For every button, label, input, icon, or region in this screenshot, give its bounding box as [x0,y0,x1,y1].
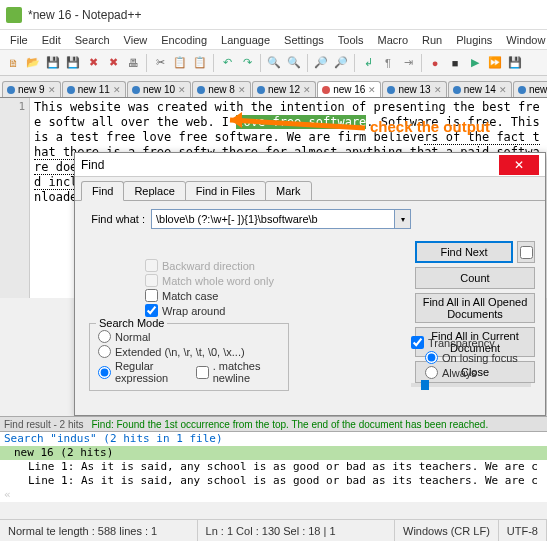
check-matches-newline[interactable]: . matches newline [196,360,280,384]
find-next-checkbox[interactable] [517,241,535,263]
menu-view[interactable]: View [118,32,154,48]
find-what-label: Find what : [85,213,145,225]
dialog-close-button[interactable]: ✕ [499,155,539,175]
find-what-dropdown-icon[interactable]: ▾ [395,209,411,229]
status-position: Ln : 1 Col : 130 Sel : 18 | 1 [198,520,396,541]
menu-macro[interactable]: Macro [371,32,414,48]
search-mode-title: Search Mode [96,317,167,329]
radio-on-losing-focus[interactable]: On losing focus [425,351,531,364]
radio-extended[interactable]: Extended (\n, \r, \t, \0, \x...) [98,345,280,358]
status-eol: Windows (CR LF) [395,520,499,541]
app-icon [6,7,22,23]
result-search-line[interactable]: Search "indus" (2 hits in 1 file) [0,432,547,446]
zoom-out-icon[interactable]: 🔎 [332,54,350,72]
dialog-tab-find[interactable]: Find [81,181,124,201]
open-file-icon[interactable]: 📂 [24,54,42,72]
check-transparency[interactable]: Transparency [411,336,531,349]
close-icon[interactable]: ✖ [84,54,102,72]
tabstrip: new 9✕ new 11✕ new 10✕ new 8✕ new 12✕ ne… [0,76,547,98]
save-macro-icon[interactable]: 💾 [506,54,524,72]
stop-macro-icon[interactable]: ■ [446,54,464,72]
line-gutter: 1 [0,98,30,298]
dialog-tab-replace[interactable]: Replace [123,181,185,201]
tab-new-11[interactable]: new 11✕ [62,81,126,97]
menu-file[interactable]: File [4,32,34,48]
dialog-tabs: Find Replace Find in Files Mark [75,179,545,201]
dialog-title: Find [81,158,104,172]
menu-edit[interactable]: Edit [36,32,67,48]
find-icon[interactable]: 🔍 [265,54,283,72]
search-mode-group: Search Mode Normal Extended (\n, \r, \t,… [89,323,289,391]
new-file-icon[interactable]: 🗎 [4,54,22,72]
save-all-icon[interactable]: 💾 [64,54,82,72]
transparency-group: Transparency On losing focus Always [411,336,531,387]
find-next-button[interactable]: Find Next [415,241,513,263]
result-line-b[interactable]: Line 1: As it is said, any school is as … [0,474,547,488]
undo-icon[interactable]: ↶ [218,54,236,72]
play-multi-icon[interactable]: ⏩ [486,54,504,72]
tab-new-16[interactable]: new 16✕ [317,81,381,97]
tab-new-15[interactable]: new 15✕ [513,81,547,97]
redo-icon[interactable]: ↷ [238,54,256,72]
menubar: File Edit Search View Encoding Language … [0,30,547,50]
radio-always[interactable]: Always [425,366,531,379]
status-length: Normal te length : 588 lines : 1 [0,520,198,541]
indent-icon[interactable]: ⇥ [399,54,417,72]
statusbar: Normal te length : 588 lines : 1 Ln : 1 … [0,519,547,541]
show-all-icon[interactable]: ¶ [379,54,397,72]
radio-normal[interactable]: Normal [98,330,280,343]
menu-encoding[interactable]: Encoding [155,32,213,48]
menu-window[interactable]: Window [500,32,547,48]
radio-regex[interactable]: Regular expression [98,360,188,384]
dialog-body: Find what : ▾ Backward direction Match w… [75,200,545,399]
status-encoding: UTF-8 [499,520,547,541]
find-what-input[interactable] [151,209,395,229]
window-title: *new 16 - Notepad++ [28,8,141,22]
transparency-slider[interactable] [411,383,531,387]
results-pane[interactable]: Search "indus" (2 hits in 1 file) new 16… [0,432,547,502]
toolbar: 🗎 📂 💾 💾 ✖ ✖ 🖶 ✂ 📋 📋 ↶ ↷ 🔍 🔍 🔎 🔎 ↲ ¶ ⇥ ● … [0,50,547,76]
titlebar: *new 16 - Notepad++ [0,0,547,30]
cut-icon[interactable]: ✂ [151,54,169,72]
tab-new-13[interactable]: new 13✕ [382,81,446,97]
paste-icon[interactable]: 📋 [191,54,209,72]
menu-plugins[interactable]: Plugins [450,32,498,48]
save-icon[interactable]: 💾 [44,54,62,72]
menu-search[interactable]: Search [69,32,116,48]
find-result-bar: Find result - 2 hits Find: Found the 1st… [0,416,547,432]
count-button[interactable]: Count [415,267,535,289]
menu-tools[interactable]: Tools [332,32,370,48]
find-dialog: Find ✕ Find Replace Find in Files Mark F… [74,152,546,416]
wrap-icon[interactable]: ↲ [359,54,377,72]
tab-new-8[interactable]: new 8✕ [192,81,251,97]
result-line-a[interactable]: Line 1: As it is said, any school is as … [0,460,547,474]
find-result-message: Find: Found the 1st occurrence from the … [91,419,488,430]
print-icon[interactable]: 🖶 [124,54,142,72]
zoom-in-icon[interactable]: 🔎 [312,54,330,72]
highlighted-match: love free software [236,115,366,129]
result-file-line[interactable]: new 16 (2 hits) [0,446,547,460]
tab-new-14[interactable]: new 14✕ [448,81,512,97]
tab-new-12[interactable]: new 12✕ [252,81,316,97]
tab-new-9[interactable]: new 9✕ [2,81,61,97]
find-all-open-button[interactable]: Find All in All Opened Documents [415,293,535,323]
tab-new-10[interactable]: new 10✕ [127,81,191,97]
copy-icon[interactable]: 📋 [171,54,189,72]
find-result-count: Find result - 2 hits [4,419,83,430]
menu-run[interactable]: Run [416,32,448,48]
dialog-titlebar: Find ✕ [75,153,545,177]
dialog-tab-mark[interactable]: Mark [265,181,311,201]
menu-settings[interactable]: Settings [278,32,330,48]
play-macro-icon[interactable]: ▶ [466,54,484,72]
dialog-tab-find-in-files[interactable]: Find in Files [185,181,266,201]
replace-icon[interactable]: 🔍 [285,54,303,72]
close-all-icon[interactable]: ✖ [104,54,122,72]
record-macro-icon[interactable]: ● [426,54,444,72]
menu-language[interactable]: Language [215,32,276,48]
